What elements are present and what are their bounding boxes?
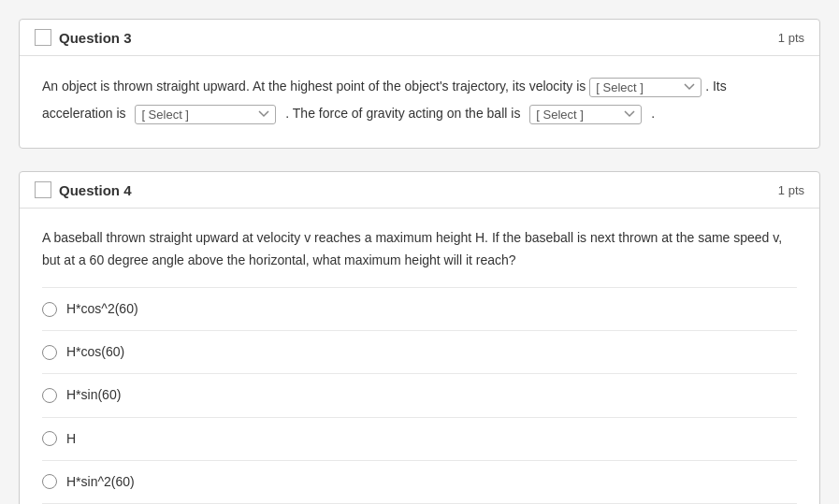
question-4-title: Question 4 (59, 182, 132, 198)
q3-text-part2: . Its (705, 79, 727, 94)
q3-gravity-select[interactable]: [ Select ] zero mg downward mg upward (529, 105, 642, 124)
question-4-options-list: H*cos^2(60) H*cos(60) H*sin(60) H H*sin^… (42, 287, 797, 504)
question-3-header: Question 3 1 pts (20, 20, 819, 56)
option-item-2[interactable]: H*sin(60) (42, 374, 797, 417)
q3-text-part4: . The force of gravity acting on the bal… (285, 106, 520, 121)
q3-text-part5: . (651, 106, 655, 121)
q3-text-part1: An object is thrown straight upward. At … (42, 79, 586, 94)
option-label-1: H*cos(60) (66, 340, 124, 364)
question-3-row2: acceleration is [ Select ] zero 9.8 m/s^… (42, 102, 797, 125)
option-radio-4[interactable] (42, 474, 57, 489)
question-4-flag[interactable] (35, 181, 51, 198)
option-radio-2[interactable] (42, 388, 57, 403)
question-4-body: A baseball thrown straight upward at vel… (20, 209, 819, 504)
option-item-3[interactable]: H (42, 418, 797, 461)
question-4-header: Question 4 1 pts (20, 172, 819, 209)
option-item-1[interactable]: H*cos(60) (42, 331, 797, 374)
option-item-4[interactable]: H*sin^2(60) (42, 461, 797, 504)
option-radio-1[interactable] (42, 345, 57, 360)
option-radio-0[interactable] (42, 302, 57, 317)
option-label-2: H*sin(60) (66, 383, 121, 407)
option-radio-3[interactable] (42, 431, 57, 446)
option-label-3: H (66, 427, 76, 451)
question-3-flag[interactable] (35, 29, 51, 46)
q3-acceleration-select[interactable]: [ Select ] zero 9.8 m/s^2 downward 9.8 m… (135, 105, 276, 124)
question-3-title: Question 3 (59, 30, 132, 46)
question-3-body: An object is thrown straight upward. At … (20, 56, 819, 148)
question-4-block: Question 4 1 pts A baseball thrown strai… (19, 171, 820, 504)
question-4-pts: 1 pts (778, 183, 804, 197)
question-3-block: Question 3 1 pts An object is thrown str… (19, 19, 820, 149)
question-3-row1: An object is thrown straight upward. At … (42, 75, 797, 98)
option-label-0: H*cos^2(60) (66, 297, 138, 321)
q3-velocity-select[interactable]: [ Select ] zero non-zero maximum minimum (589, 78, 702, 97)
question-3-pts: 1 pts (778, 31, 804, 45)
question-4-text: A baseball thrown straight upward at vel… (42, 227, 797, 272)
option-label-4: H*sin^2(60) (66, 470, 135, 494)
option-item-0[interactable]: H*cos^2(60) (42, 288, 797, 331)
q3-text-part3: acceleration is (42, 106, 126, 121)
